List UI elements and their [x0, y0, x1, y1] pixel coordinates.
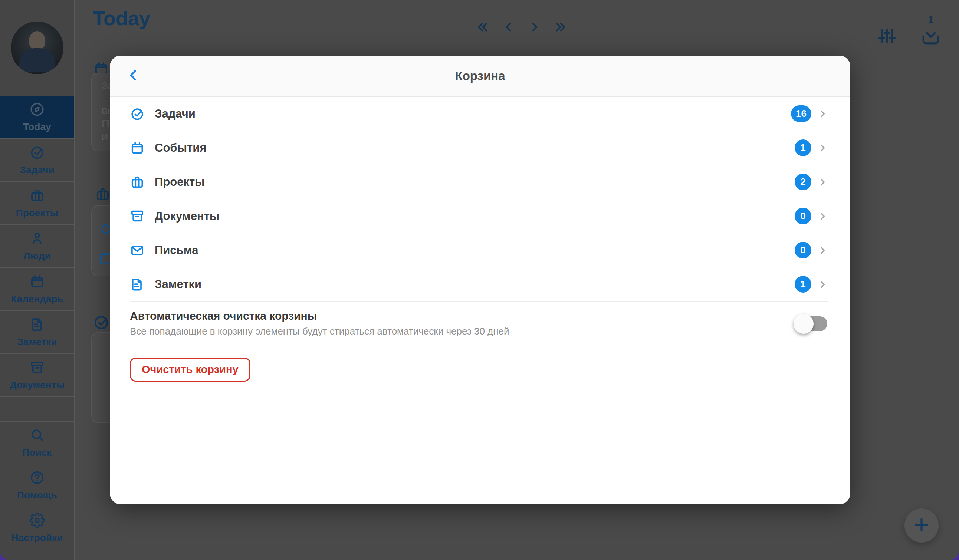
auto-clean-toggle[interactable]	[795, 317, 827, 331]
chevron-right-icon	[817, 279, 828, 290]
trash-row-events[interactable]: События 1	[130, 131, 828, 165]
count-badge: 0	[795, 208, 811, 224]
row-label: События	[155, 141, 206, 155]
card-shape-fragment	[101, 224, 111, 234]
note-icon	[29, 317, 45, 334]
sidebar-item-label: Документы	[10, 379, 65, 391]
modal-title: Корзина	[455, 69, 505, 83]
sidebar-item-notes[interactable]: Заметки	[0, 311, 74, 354]
trash-row-documents[interactable]: Документы 0	[130, 199, 828, 233]
count-badge: 0	[795, 242, 811, 258]
add-button[interactable]	[905, 508, 938, 542]
inbox-badge: 1	[928, 15, 934, 25]
card-text-fragment: П	[102, 117, 110, 130]
sidebar-item-tasks[interactable]: Задачи	[0, 139, 74, 182]
chevron-right-icon	[817, 245, 828, 256]
chevron-right-icon	[817, 108, 828, 119]
sidebar-item-label: Today	[23, 121, 51, 133]
sidebar-item-label: Заметки	[17, 336, 57, 348]
sidebar-item-today[interactable]: Today	[0, 96, 74, 139]
calendar-icon	[29, 274, 45, 291]
trash-modal: Корзина Задачи 16 События 1	[110, 56, 850, 504]
row-label: Заметки	[155, 278, 201, 291]
sidebar-item-label: Поиск	[22, 447, 52, 458]
check-circle-icon	[93, 314, 110, 332]
row-label: Проекты	[155, 175, 205, 189]
plus-icon	[912, 515, 931, 536]
chevron-right-icon	[817, 211, 828, 222]
count-badge: 1	[795, 276, 811, 293]
card-text-fragment: И	[102, 132, 108, 142]
compass-icon	[29, 102, 45, 119]
row-label: Задачи	[155, 107, 196, 121]
sidebar-footer: Поиск Помощь Настройки	[0, 421, 74, 549]
last-page-button[interactable]	[553, 19, 568, 35]
sidebar-item-settings[interactable]: Настройки	[0, 507, 74, 549]
back-button[interactable]	[125, 67, 142, 85]
app-window: Today Задачи Проекты Люди Календарь	[0, 0, 959, 560]
row-label: Документы	[155, 210, 219, 223]
avatar-wrap	[0, 0, 74, 96]
sidebar-item-label: Календарь	[11, 293, 64, 305]
mail-icon	[130, 243, 145, 258]
search-icon	[29, 427, 45, 444]
help-icon	[29, 470, 45, 487]
trash-row-tasks[interactable]: Задачи 16	[130, 97, 828, 131]
briefcase-icon	[130, 175, 145, 189]
auto-clean-section: Автоматическая очистка корзины Все попад…	[130, 302, 828, 346]
chevron-right-icon	[817, 142, 828, 154]
sidebar-item-search[interactable]: Поиск	[0, 421, 74, 464]
next-page-button[interactable]	[527, 19, 542, 35]
trash-modal-header: Корзина	[110, 56, 850, 97]
check-circle-icon	[29, 145, 45, 162]
archive-icon	[29, 360, 45, 377]
person-icon	[29, 231, 45, 248]
sidebar-spacer	[0, 397, 74, 421]
auto-clean-title: Автоматическая очистка корзины	[130, 310, 828, 322]
count-badge: 16	[791, 105, 811, 122]
avatar-silhouette-head	[29, 31, 45, 51]
sliders-icon	[877, 25, 897, 48]
sidebar-item-label: Помощь	[17, 490, 57, 501]
trash-list: Задачи 16 События 1	[110, 97, 850, 382]
trash-row-mail[interactable]: Письма 0	[130, 233, 828, 267]
sidebar-item-label: Настройки	[11, 532, 63, 544]
clear-trash-button[interactable]: Очистить корзину	[130, 358, 250, 382]
sidebar-item-documents[interactable]: Документы	[0, 354, 74, 397]
count-badge: 1	[795, 140, 811, 156]
gear-icon	[29, 512, 45, 530]
sidebar-item-people[interactable]: Люди	[0, 225, 74, 268]
calendar-icon	[130, 140, 145, 155]
first-page-button[interactable]	[475, 19, 491, 35]
note-icon	[130, 277, 145, 292]
row-label: Письма	[155, 243, 198, 257]
page-title: Today	[93, 7, 150, 30]
trash-row-projects[interactable]: Проекты 2	[130, 165, 828, 199]
briefcase-icon	[95, 186, 111, 204]
filter-button[interactable]	[877, 25, 897, 48]
sidebar-item-label: Задачи	[20, 164, 54, 176]
date-pager	[475, 19, 568, 35]
toggle-knob	[793, 314, 814, 334]
inbox-button[interactable]: 1	[921, 15, 941, 48]
chevron-left-icon	[126, 68, 141, 84]
auto-clean-description: Все попадающие в корзину элементы будут …	[130, 326, 828, 337]
sidebar-item-help[interactable]: Помощь	[0, 464, 74, 507]
topbar-actions: 1	[877, 15, 941, 48]
avatar[interactable]	[11, 22, 64, 74]
sidebar-item-projects[interactable]: Проекты	[0, 182, 74, 225]
inbox-download-icon	[921, 25, 941, 48]
trash-row-notes[interactable]: Заметки 1	[130, 267, 828, 302]
avatar-silhouette-body	[19, 48, 55, 72]
archive-icon	[130, 209, 145, 224]
chevron-right-icon	[817, 177, 828, 188]
sidebar-item-calendar[interactable]: Календарь	[0, 268, 74, 311]
prev-page-button[interactable]	[501, 19, 516, 35]
briefcase-icon	[29, 188, 45, 205]
sidebar-item-label: Проекты	[16, 207, 58, 219]
sidebar-item-label: Люди	[23, 250, 51, 262]
check-circle-icon	[130, 107, 145, 121]
sidebar: Today Задачи Проекты Люди Календарь	[0, 0, 75, 560]
count-badge: 2	[795, 173, 811, 190]
